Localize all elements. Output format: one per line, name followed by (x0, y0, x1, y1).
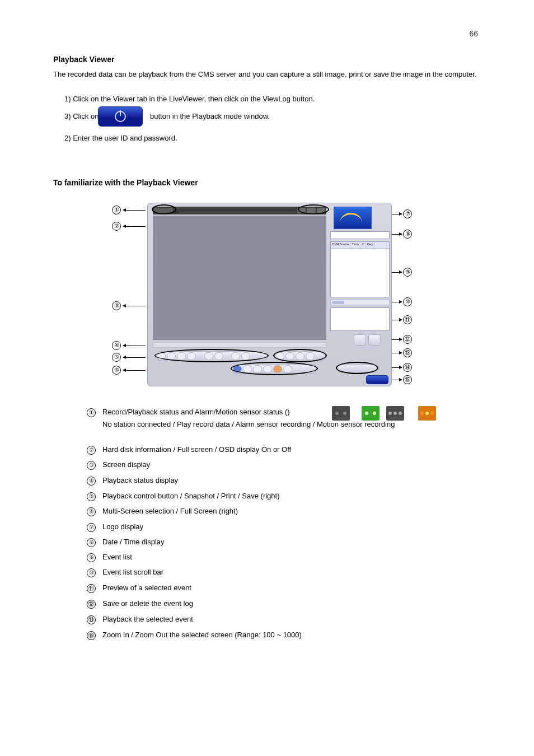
callout-arrow (123, 306, 146, 306)
callout-arrow (392, 320, 402, 320)
description-row: ①Record/Playback status and Alarm/Motion… (87, 408, 290, 417)
desc-text: Multi-Screen selection / Full Screen (ri… (102, 507, 238, 515)
page-number: 66 (469, 29, 478, 38)
callout-number: ⑧ (403, 230, 412, 239)
logo-panel (334, 207, 372, 229)
callout-arrow (123, 346, 146, 346)
ring-2 (298, 204, 329, 214)
desc-text: Playback the selected event (102, 615, 193, 623)
description-row: ⑦Logo display (87, 522, 143, 532)
callout-number: ⑩ (403, 297, 412, 306)
callout-right: ⑭ (403, 363, 412, 372)
callout-arrow (123, 226, 146, 227)
desc-text: Screen display (102, 460, 150, 469)
step-1: 1) Click on the Viewer tab in the LiveVi… (64, 94, 315, 104)
callout-arrow (392, 353, 402, 353)
description-row: ⑨Event list (87, 553, 132, 562)
callout-left: ④ (112, 341, 121, 350)
col-key: Key (366, 242, 374, 248)
viewlog-power-button[interactable] (98, 106, 143, 127)
description-row: No station connected / Play record data … (87, 420, 395, 428)
desc-text: Save or delete the event log (102, 599, 193, 608)
desc-number: ⑭ (87, 631, 96, 640)
callout-right: ⑩ (403, 297, 412, 306)
desc-number: ① (87, 408, 96, 417)
callout-right: ⑨ (403, 268, 412, 277)
desc-number: ⑫ (87, 600, 96, 609)
callout-right: ⑪ (403, 315, 412, 324)
callout-number: ⑥ (112, 366, 121, 375)
desc-text: Preview of a selected event (102, 584, 191, 592)
callout-number: ③ (112, 301, 121, 310)
col-c: C (360, 242, 366, 248)
callout-arrow (392, 272, 402, 273)
desc-number: ④ (87, 477, 96, 486)
delete-event-button[interactable] (368, 334, 381, 346)
callout-left: ① (112, 206, 121, 214)
ring-6 (231, 362, 318, 375)
col-dvr: DVR Name (331, 242, 350, 248)
desc-number: ⑩ (87, 568, 96, 577)
status-icon-disconnected (332, 406, 350, 421)
callout-arrow (392, 380, 402, 380)
callout-number: ② (112, 222, 121, 231)
status-icon-playing (362, 406, 380, 421)
save-event-button[interactable] (354, 334, 366, 346)
playback-status-bar (153, 342, 326, 348)
callout-arrow (123, 370, 146, 371)
heading-playback-viewer: Playback Viewer (53, 55, 114, 64)
callout-arrow (392, 214, 402, 214)
desc-number: ⑤ (87, 492, 96, 501)
desc-text: Hard disk information / Full screen / OS… (102, 445, 291, 454)
description-row: ⑥Multi-Screen selection / Full Screen (r… (87, 507, 238, 516)
callout-left: ② (112, 222, 121, 231)
ring-13 (273, 349, 327, 362)
datetime-panel (330, 231, 390, 239)
desc-number: ⑧ (87, 538, 96, 547)
callout-number: ⑮ (403, 375, 412, 384)
power-icon (115, 111, 126, 122)
step-2: 2) Enter the user ID and password. (64, 133, 177, 143)
desc-text: Logo display (102, 522, 143, 531)
step-2-text: Enter the user ID and password. (73, 134, 177, 142)
callout-left: ⑤ (112, 353, 121, 362)
callout-arrow (123, 210, 146, 211)
description-row: ⑪Preview of a selected event (87, 584, 191, 593)
description-row: ⑬Playback the selected event (87, 615, 193, 624)
desc-number: ⑥ (87, 507, 96, 516)
ring-14 (336, 362, 378, 374)
callout-number: ④ (112, 341, 121, 350)
desc-text: Date / Time display (102, 538, 165, 546)
desc-number: ⑦ (87, 523, 96, 532)
callout-right: ⑬ (403, 348, 412, 357)
video-area (153, 216, 326, 340)
status-icon-alarm (386, 406, 404, 421)
callout-arrow (392, 302, 402, 302)
description-row: ②Hard disk information / Full screen / O… (87, 445, 291, 455)
callout-right: ⑮ (403, 375, 412, 384)
heading-familiarize: To familiarize with the Playback Viewer (53, 178, 198, 187)
callout-number: ⑭ (403, 363, 412, 372)
callout-left: ③ (112, 301, 121, 310)
callout-right: ⑦ (403, 209, 412, 218)
event-scrollbar[interactable] (330, 300, 390, 305)
desc-number: ② (87, 446, 96, 455)
status-icon-motion (418, 406, 436, 421)
ring-1 (152, 204, 176, 214)
event-list-panel[interactable]: DVR Name Time C Key (330, 241, 390, 297)
ring-5 (154, 349, 269, 362)
desc-text: Event list (102, 553, 132, 561)
description-row: ⑫Save or delete the event log (87, 599, 193, 609)
exit-button[interactable] (366, 375, 388, 384)
callout-number: ⑤ (112, 353, 121, 362)
callout-number: ⑨ (403, 268, 412, 277)
desc-text: Playback status display (102, 476, 178, 484)
playback-intro: The recorded data can be playback from t… (53, 69, 479, 80)
col-time: Time (350, 242, 360, 248)
callout-number: ⑫ (403, 335, 412, 344)
event-list-header: DVR Name Time C Key (331, 242, 389, 249)
app-window: DVR Name Time C Key (147, 203, 392, 386)
desc-text: Record/Playback status and Alarm/Motion … (102, 408, 290, 416)
description-row: ⑭Zoom In / Zoom Out the selected screen … (87, 631, 302, 640)
desc-number: ⑨ (87, 553, 96, 562)
